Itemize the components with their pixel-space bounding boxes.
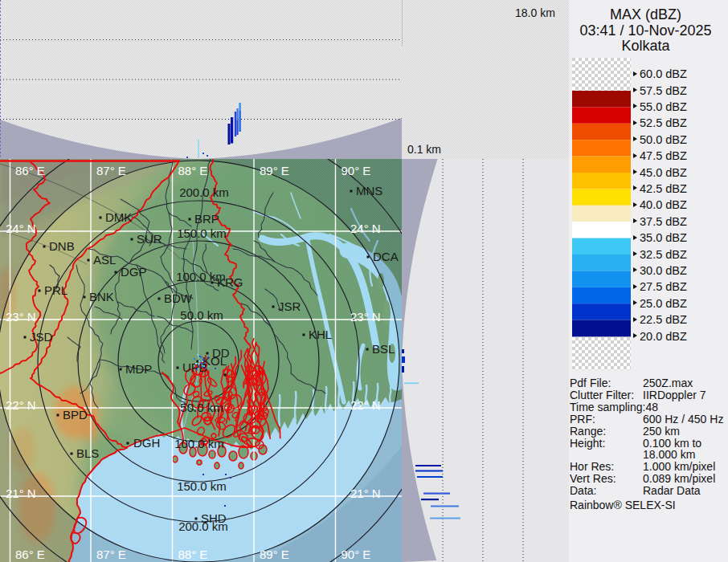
svg-text:22° N: 22° N <box>350 398 381 412</box>
svg-text:200.0 km: 200.0 km <box>179 185 229 199</box>
svg-text:MDP: MDP <box>125 362 152 376</box>
svg-text:88° E: 88° E <box>178 164 208 177</box>
svg-text:KHL: KHL <box>309 328 332 341</box>
svg-text:PRL: PRL <box>44 283 67 297</box>
svg-text:23° N: 23° N <box>6 310 36 324</box>
svg-text:24° N: 24° N <box>350 222 381 235</box>
svg-text:89° E: 89° E <box>260 548 289 561</box>
svg-text:87° E: 87° E <box>96 164 126 177</box>
svg-text:150.0 km: 150.0 km <box>177 226 227 240</box>
svg-text:JSD: JSD <box>30 330 53 344</box>
svg-text:100.0 km: 100.0 km <box>174 437 224 450</box>
svg-text:BNK: BNK <box>89 290 114 303</box>
svg-text:88° E: 88° E <box>178 548 208 561</box>
svg-text:87° E: 87° E <box>96 548 126 561</box>
svg-text:21° N: 21° N <box>350 487 381 500</box>
svg-text:DGP: DGP <box>121 265 147 279</box>
svg-text:86° E: 86° E <box>15 548 45 561</box>
svg-text:50.0 km: 50.0 km <box>180 401 223 414</box>
svg-text:90° E: 90° E <box>342 548 371 561</box>
svg-text:BPD: BPD <box>63 408 88 422</box>
svg-text:150.0 km: 150.0 km <box>177 479 227 493</box>
svg-text:100.0 km: 100.0 km <box>176 270 226 283</box>
svg-text:UPB: UPB <box>182 360 207 374</box>
svg-text:89° E: 89° E <box>260 164 289 177</box>
svg-text:90° E: 90° E <box>342 164 371 177</box>
svg-text:22° N: 22° N <box>6 398 36 412</box>
svg-text:23° N: 23° N <box>350 310 381 324</box>
svg-text:BLS: BLS <box>76 446 99 460</box>
svg-text:DCA: DCA <box>373 250 399 263</box>
svg-text:50.0 km: 50.0 km <box>180 308 223 322</box>
svg-text:DGH: DGH <box>133 436 160 450</box>
svg-text:86° E: 86° E <box>15 164 45 177</box>
svg-text:ASL: ASL <box>93 253 116 267</box>
svg-text:DMK: DMK <box>105 210 132 224</box>
svg-text:BDW: BDW <box>164 291 193 305</box>
svg-text:21° N: 21° N <box>6 487 36 500</box>
svg-text:DNB: DNB <box>49 239 75 253</box>
svg-text:200.0 km: 200.0 km <box>178 519 228 533</box>
svg-text:BSL: BSL <box>372 342 395 356</box>
svg-text:JSR: JSR <box>278 299 301 313</box>
svg-text:MNS: MNS <box>356 184 382 198</box>
svg-text:BRP: BRP <box>194 212 219 226</box>
svg-text:SUR: SUR <box>137 232 162 246</box>
svg-text:24° N: 24° N <box>6 222 36 235</box>
